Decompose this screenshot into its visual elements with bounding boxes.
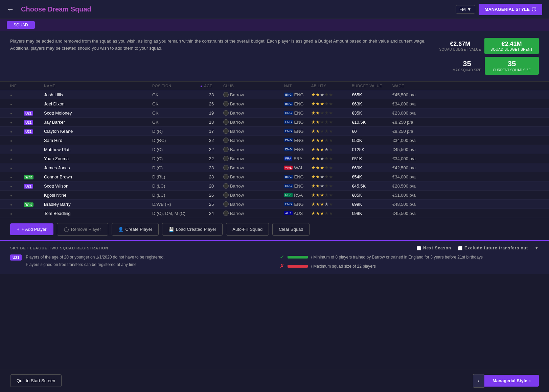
next-season-input[interactable] [417,246,421,250]
table-row[interactable]: ● Kgosi Ntlhe D (LC) 26 Barrow RSA RSA ★… [0,191,549,200]
club-shield-icon [223,192,229,198]
col-header-budget[interactable]: BUDGET VALUE [352,84,392,88]
cell-wage: €45,500 p/a [392,211,433,216]
col-header-name[interactable]: NAME [44,84,152,88]
club-shield-icon [223,147,229,152]
sub-header: SQUAD [0,19,549,31]
cell-club: Barrow [223,101,284,106]
cell-name: Jay Barker [44,120,152,125]
table-row[interactable]: ● U21 Jay Barker GK 18 Barrow ENG ENG ★★… [0,118,549,127]
table-row[interactable]: ● U21 Scott Moloney GK 19 Barrow ENG ENG… [0,108,549,118]
cell-ability: ★★★★★ [311,211,352,216]
club-shield-icon [223,211,229,216]
fm-label: FM [459,7,466,12]
cell-badge: U21 [24,120,44,125]
wnt-badge: Wnt [24,175,33,179]
table-row[interactable]: ● U21 Clayton Keane D (R) 17 Barrow ENG … [0,127,549,136]
table-row[interactable]: ● Yoan Zouma D (C) 22 Barrow FRA FRA ★★★… [0,154,549,163]
col-header-nat[interactable]: NAT [284,84,311,88]
cell-ability: ★★★★★ [311,110,352,116]
club-shield-icon [223,138,229,143]
next-season-checkbox[interactable]: Next Season [417,246,451,250]
next-button[interactable]: Managerial Style › [484,375,539,387]
col-header-age[interactable]: ▲ AGE [200,84,223,88]
budget-value-row: €2.67M SQUAD BUDGET VALUE €2.41M SQUAD B… [439,38,539,54]
cell-nationality: FRA FRA [284,156,311,161]
club-shield-icon [223,110,229,116]
fm-dropdown[interactable]: FM ▼ [456,5,475,14]
table-row[interactable]: ● James Jones D (C) 23 Barrow WAL WAL ★★… [0,163,549,172]
cell-inf: ● [10,174,24,179]
cell-name: Scott Wilson [44,183,152,189]
cell-inf: ● [10,129,24,134]
action-bar: + + Add Player ◯ Remove Player 👤 Create … [0,218,549,240]
cell-name: Tom Beadling [44,211,152,216]
status-bar [288,256,308,259]
exclude-transfers-label: Exclude future transfers out [464,246,528,250]
quit-button[interactable]: Quit to Start Screen [10,374,62,387]
auto-fill-squad-button[interactable]: Auto-Fill Squad [226,223,269,236]
cell-age: 22 [200,156,223,161]
add-player-button[interactable]: + + Add Player [10,223,53,235]
load-created-player-button[interactable]: 💾 Load Created Player [162,223,223,236]
col-header-position[interactable]: POSITION [152,84,200,88]
club-shield-icon [223,201,229,207]
table-row[interactable]: ● Matthew Platt D (C) 22 Barrow ENG ENG … [0,145,549,154]
cell-name: Connor Brown [44,174,152,179]
cell-age: 33 [200,92,223,97]
create-person-icon: 👤 [118,227,123,232]
exclude-transfers-input[interactable] [458,246,462,250]
cell-wage: €8,250 p/a [392,120,433,125]
u21-badge: U21 [24,129,33,134]
fm-chevron-icon: ▼ [467,7,472,12]
table-row[interactable]: ● Wnt Bradley Barry D/WB (R) 25 Barrow E… [0,200,549,209]
cell-badge: U21 [24,183,44,189]
col-header-ability[interactable]: ABILITY [311,84,352,88]
u21-badge: U21 [10,254,22,261]
exclude-transfers-checkbox[interactable]: Exclude future transfers out [458,246,528,250]
clear-squad-button[interactable]: Clear Squad [272,223,310,236]
cell-budget: €50K [352,138,392,143]
cell-nationality: RSA RSA [284,193,311,198]
page-title: Choose Dream Squad [21,5,456,13]
col-header-wage[interactable]: WAGE [392,84,433,88]
table-row[interactable]: ● Sam Hird D (RC) 32 Barrow ENG ENG ★★★★… [0,136,549,145]
table-row[interactable]: ● Josh Lillis GK 33 Barrow ENG ENG ★★★★★… [0,90,549,99]
table-row[interactable]: ● U21 Scott Wilson D (LC) 20 Barrow ENG … [0,181,549,191]
reg-rule-text: / Maximum squad size of 22 players [311,264,376,269]
cell-age: 23 [200,165,223,170]
cell-position: D (C) [152,165,200,170]
table-row[interactable]: ● Joel Dixon GK 26 Barrow ENG ENG ★★★★★ … [0,99,549,108]
cell-position: D (C) [152,147,200,152]
cell-wage: €23,000 p/a [392,111,433,116]
cell-position: D (C) [152,156,200,161]
cell-wage: €34,000 p/a [392,101,433,106]
cell-budget: €85K [352,193,392,198]
squad-tab[interactable]: SQUAD [7,21,35,29]
remove-player-button[interactable]: ◯ Remove Player [57,223,108,236]
cell-wage: €45,500 p/a [392,147,433,152]
cell-club: Barrow [223,165,284,170]
cell-badge: U21 [24,129,44,134]
col-header-club[interactable]: CLUB [223,84,284,88]
expand-icon[interactable]: ▼ [535,246,539,250]
back-button[interactable]: ← [7,5,14,14]
table-row[interactable]: ● Tom Beadling D (C), DM, M (C) 24 Barro… [0,209,549,218]
registration-left: U21 Players of the age of 20 or younger … [10,254,270,269]
cell-club: Barrow [223,156,284,161]
cell-club: Barrow [223,147,284,152]
club-shield-icon [223,165,229,170]
cell-position: D (LC) [152,193,200,198]
cell-nationality: ENG ENG [284,183,311,189]
cell-name: Clayton Keane [44,129,152,134]
managerial-style-button[interactable]: MANAGERIAL STYLE ⓘ [479,4,542,15]
prev-button[interactable]: ‹ [473,374,484,388]
cell-budget: €99K [352,211,392,216]
cell-ability: ★★★★★ [311,174,352,179]
info-text: Players may be added and removed from th… [10,38,429,52]
table-row[interactable]: ● Wnt Connor Brown D (RL) 28 Barrow ENG … [0,172,549,181]
cell-club: Barrow [223,211,284,216]
cell-inf: ● [10,147,24,152]
create-player-button[interactable]: 👤 Create Player [112,223,159,236]
cell-ability: ★★★★★ [311,101,352,106]
